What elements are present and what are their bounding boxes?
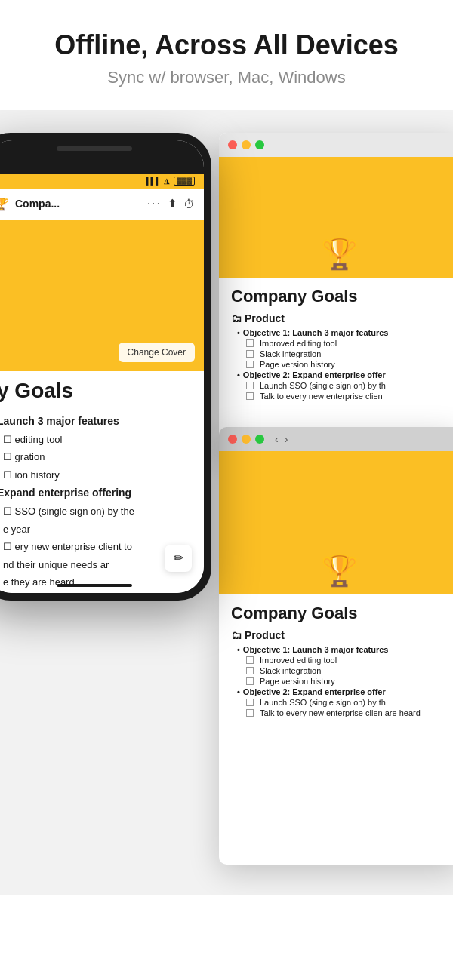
folder-icon-1: 🗂 xyxy=(231,312,242,324)
window-2-check-1: Improved editing tool xyxy=(246,655,448,665)
phone-pill xyxy=(57,146,132,151)
window-2-obj-2: • Objective 2: Expand enterprise offer xyxy=(237,687,448,697)
window-2-minimize-button[interactable] xyxy=(242,435,251,444)
window-2-obj-1: • Objective 1: Launch 3 major features xyxy=(237,644,448,655)
back-button[interactable]: ‹ xyxy=(275,433,279,445)
history-icon[interactable]: ⏱ xyxy=(183,198,195,210)
window-2-section: 🗂 Product xyxy=(231,629,448,641)
desktop-window-1: 🏆 Company Goals 🗂 Product • Objective 1:… xyxy=(219,133,453,457)
trophy-emoji-1: 🏆 xyxy=(321,236,359,272)
window-2-check-2: Slack integration xyxy=(246,665,448,676)
window-2-check-3: Page version history xyxy=(246,676,448,687)
window-2-check-4: Launch SSO (single sign on) by th xyxy=(246,697,448,708)
window-1-check-2: Slack integration xyxy=(246,349,448,359)
window-2-cover: 🏆 xyxy=(219,451,453,594)
phone-item-2: ☐ gration xyxy=(0,448,204,466)
window-maximize-button[interactable] xyxy=(255,140,264,149)
window-1-obj-2: • Objective 2: Expand enterprise offer xyxy=(237,370,448,380)
phone-item-1: ☐ editing tool xyxy=(0,431,204,449)
phone-nav-bar: 🏆 Compa... ··· ⬆ ⏱ xyxy=(0,189,204,220)
folder-icon-2: 🗂 xyxy=(231,629,242,641)
change-cover-button[interactable]: Change Cover xyxy=(119,343,195,362)
phone-objective-2: Expand enterprise offering xyxy=(0,484,204,502)
window-2-check-5: Talk to every new enterprise clien are h… xyxy=(246,708,448,718)
phone-item-4: ☐ SSO (single sign on) by the xyxy=(0,502,204,521)
window-1-check-4: Launch SSO (single sign on) by th xyxy=(246,380,448,391)
phone-mockup: ▌▌▌ ◮ ▓▓▓ 🏆 Compa... ··· ⬆ ⏱ Change Cove… xyxy=(0,133,211,601)
more-options-button[interactable]: ··· xyxy=(147,197,162,210)
phone-home-indicator xyxy=(57,584,132,587)
window-1-cover: 🏆 xyxy=(219,157,453,278)
page-subheading: Sync w/ browser, Mac, Windows xyxy=(15,68,438,88)
window-2-content: 🏆 Company Goals 🗂 Product • Objective 1:… xyxy=(219,451,453,865)
window-1-check-5: Talk to every new enterprise clien xyxy=(246,391,448,401)
signal-icon: ▌▌▌ xyxy=(146,177,160,185)
trophy-emoji-2: 🏆 xyxy=(321,553,359,588)
wifi-icon: ◮ xyxy=(164,177,170,185)
phone-objective-1: Launch 3 major features xyxy=(0,412,204,431)
phone-item-8: e they are heard xyxy=(0,573,204,591)
phone-nav-title: Compa... xyxy=(15,198,141,210)
devices-section: ▌▌▌ ◮ ▓▓▓ 🏆 Compa... ··· ⬆ ⏱ Change Cove… xyxy=(0,110,453,895)
window-2-page-title: Company Goals xyxy=(231,604,448,623)
window-1-content: 🏆 Company Goals 🗂 Product • Objective 1:… xyxy=(219,157,453,457)
forward-button[interactable]: › xyxy=(285,433,288,445)
header-section: Offline, Across All Devices Sync w/ brow… xyxy=(0,0,453,110)
phone-notch xyxy=(0,140,204,174)
window-1-page-title: Company Goals xyxy=(231,287,448,306)
window-titlebar-2: ‹ › xyxy=(219,427,453,451)
page-heading: Offline, Across All Devices xyxy=(15,30,438,60)
window-1-section: 🗂 Product xyxy=(231,312,448,324)
window-2-maximize-button[interactable] xyxy=(255,435,264,444)
window-2-body: Company Goals 🗂 Product • Objective 1: L… xyxy=(219,594,453,727)
window-2-close-button[interactable] xyxy=(228,435,237,444)
window-titlebar-1 xyxy=(219,133,453,157)
desktop-window-2: ‹ › 🏆 Company Goals 🗂 Product • Objectiv… xyxy=(219,427,453,865)
window-1-body: Company Goals 🗂 Product • Objective 1: L… xyxy=(219,278,453,410)
phone-item-3: ☐ ion history xyxy=(0,466,204,484)
phone-page-title: y Goals xyxy=(0,379,204,403)
share-icon[interactable]: ⬆ xyxy=(168,197,177,210)
window-minimize-button[interactable] xyxy=(242,140,251,149)
phone-item-5: e year xyxy=(0,521,204,539)
phone-cover-area: Change Cover xyxy=(0,220,204,371)
window-1-check-1: Improved editing tool xyxy=(246,338,448,349)
window-1-obj-1: • Objective 1: Launch 3 major features xyxy=(237,327,448,338)
window-1-check-3: Page version history xyxy=(246,359,448,370)
battery-icon: ▓▓▓ xyxy=(174,177,195,186)
trophy-icon: 🏆 xyxy=(0,197,9,211)
window-close-button[interactable] xyxy=(228,140,237,149)
edit-button[interactable]: ✏ xyxy=(165,545,192,572)
